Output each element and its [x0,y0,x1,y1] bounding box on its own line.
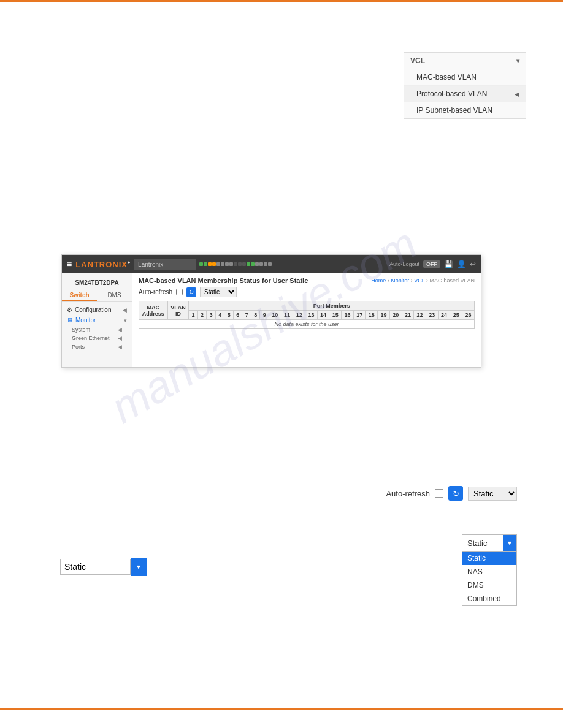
dropdown-option-nas[interactable]: NAS [462,565,516,578]
breadcrumb: Home › Monitor › VCL › MAC-based VLAN [371,278,475,284]
port-4-header: 4 [215,311,224,320]
port-24-header: 24 [438,311,450,320]
top-nav-menu: VCL ▾ MAC-based VLAN Protocol-based VLAN… [404,52,526,119]
port-16-header: 16 [342,311,354,320]
sidebar: SM24TBT2DPA Switch DMS ⚙ Configuration ◀… [62,273,132,368]
toggle-off-button[interactable]: OFF [423,260,440,268]
port-dot-gray-8 [268,262,272,266]
port-13-header: 13 [305,311,318,320]
breadcrumb-home[interactable]: Home [371,278,386,284]
green-ethernet-label: Green Ethernet [72,335,110,341]
breadcrumb-vcl[interactable]: VCL [414,278,424,284]
nav-item-protocol-vlan[interactable]: Protocol-based VLAN ◀ [404,86,526,102]
port-dot-gray-4 [229,262,233,266]
nav-mac-label: MAC-based VLAN [416,73,477,82]
port-26-header: 26 [462,311,474,320]
port-members-header: Port Members [189,301,475,311]
port-dot-gray-3 [225,262,229,266]
gear-icon: ⚙ [67,306,72,313]
static-input-small[interactable] [60,559,131,575]
port-25-header: 25 [450,311,462,320]
port-indicators [199,262,272,266]
auto-refresh-checkbox[interactable] [176,289,183,295]
port-2-header: 2 [197,311,207,320]
port-dot-orange-1 [208,262,212,266]
nav-item-ip-vlan[interactable]: IP Subnet-based VLAN [404,102,526,118]
sidebar-config-label: Configuration [75,306,111,313]
page-title: MAC-based VLAN Membership Status for Use… [139,277,308,284]
auto-refresh-checkbox-large[interactable] [435,489,443,498]
user-icon[interactable]: 👤 [457,260,466,268]
port-10-header: 10 [269,311,281,320]
port-14-header: 14 [317,311,329,320]
device-main-content: MAC-based VLAN Membership Status for Use… [132,273,481,368]
breadcrumb-current: MAC-based VLAN [429,278,475,284]
auto-refresh-label: Auto-refresh [139,289,172,295]
sidebar-tab-switch[interactable]: Switch [62,290,97,301]
sidebar-item-monitor[interactable]: 🖥 Monitor ▾ [62,315,132,325]
sidebar-tab-dms[interactable]: DMS [97,290,132,301]
device-window: ≡ LANTRONIX+ [61,254,481,368]
static-label-large: Static [462,536,503,550]
refresh-button-large[interactable]: ↻ [448,486,463,501]
sidebar-item-system[interactable]: System ◀ [62,325,132,334]
nav-ip-label: IP Subnet-based VLAN [416,106,492,115]
save-icon[interactable]: 💾 [444,260,453,268]
ports-chevron-icon: ◀ [118,344,122,350]
port-dot-dark-3 [242,262,246,266]
user-select[interactable]: Static NAS DMS Combined [200,287,237,297]
green-ethernet-chevron-icon: ◀ [118,335,122,341]
port-5-header: 5 [224,311,234,320]
port-dot-dark-2 [238,262,242,266]
monitor-icon: 🖥 [67,317,73,324]
refresh-button[interactable]: ↻ [186,287,196,297]
logout-icon[interactable]: ↩ [470,260,476,268]
dropdown-option-static[interactable]: Static [462,552,516,565]
page-title-bar: MAC-based VLAN Membership Status for Use… [139,277,475,284]
port-3-header: 3 [207,311,216,320]
auto-refresh-label-large: Auto-refresh [386,489,430,498]
sidebar-item-green-ethernet[interactable]: Green Ethernet ◀ [62,334,132,343]
port-dot-gray-1 [216,262,220,266]
port-8-header: 8 [251,311,260,320]
port-dot-green-4 [251,262,255,266]
port-18-header: 18 [366,311,378,320]
lantronix-logo: LANTRONIX+ [75,260,131,269]
device-model: SM24TBT2DPA [62,277,132,290]
breadcrumb-monitor[interactable]: Monitor [391,278,409,284]
nav-item-vcl[interactable]: VCL ▾ [404,53,526,69]
dropdown-option-combined[interactable]: Combined [462,592,516,605]
nav-protocol-arrow: ◀ [515,91,519,97]
device-header: ≡ LANTRONIX+ [62,255,481,273]
top-decorative-line [0,0,563,2]
port-dot-green-1 [199,262,203,266]
no-data-row: No data exists for the user [139,320,475,329]
ports-label: Ports [72,344,85,350]
device-search-input[interactable] [134,259,196,270]
device-header-left: ≡ LANTRONIX+ [67,259,272,270]
port-12-header: 12 [293,311,305,320]
port-11-header: 11 [281,311,293,320]
port-dot-gray-7 [264,262,267,266]
port-20-header: 20 [389,311,402,320]
hamburger-icon[interactable]: ≡ [67,259,72,269]
auto-logout-label: Auto-Logout [389,261,419,267]
port-dot-gray-6 [259,262,263,266]
dropdown-arrow-large[interactable]: ▾ [503,535,516,551]
vlan-id-header: VLANID [167,301,189,320]
static-dropdown-large: Static ▾ Static NAS DMS Combined [462,534,517,606]
monitor-chevron-icon: ▾ [124,317,127,324]
port-19-header: 19 [378,311,390,320]
port-6-header: 6 [233,311,242,320]
dropdown-arrow-small[interactable]: ▾ [131,558,147,576]
nav-item-mac-vlan[interactable]: MAC-based VLAN [404,69,526,86]
port-17-header: 17 [353,311,366,320]
dropdown-option-dms[interactable]: DMS [462,578,516,592]
port-21-header: 21 [402,311,414,320]
user-select-large[interactable]: Static NAS DMS Combined [468,487,517,501]
sidebar-item-ports[interactable]: Ports ◀ [62,343,132,351]
port-dot-dark-1 [234,262,237,266]
auto-refresh-section-large: Auto-refresh ↻ Static NAS DMS Combined [386,486,517,501]
sidebar-item-configuration[interactable]: ⚙ Configuration ◀ [62,305,132,315]
controls-bar: Auto-refresh ↻ Static NAS DMS Combined [139,287,475,297]
